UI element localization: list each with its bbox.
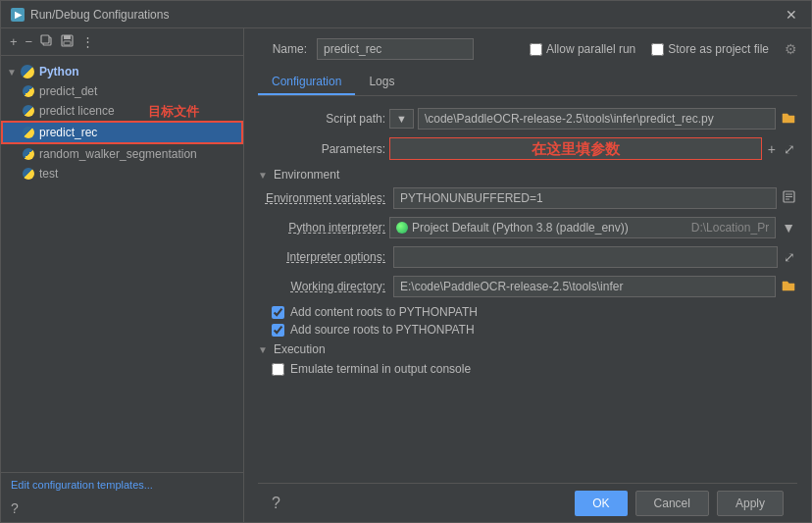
interp-options-row: Interpreter options: ⤢ (258, 246, 797, 268)
parameters-wrapper: 在这里填参数 (389, 137, 762, 160)
list-item[interactable]: predict_det (1, 81, 243, 101)
working-dir-folder-icon[interactable] (780, 277, 797, 296)
environment-section-header[interactable]: ▼ Environment (258, 168, 797, 182)
store-project-label: Store as project file (668, 42, 769, 56)
item-label: predict licence (39, 104, 115, 118)
interpreter-dropdown-icon[interactable]: ▼ (780, 218, 797, 237)
list-item[interactable]: random_walker_segmentation (1, 144, 243, 164)
allow-parallel-checkbox[interactable] (530, 43, 542, 56)
interpreter-status-dot (396, 222, 408, 234)
name-label: Name: (258, 42, 307, 56)
copy-config-button[interactable] (37, 32, 56, 52)
svg-rect-1 (41, 35, 49, 43)
ok-button[interactable]: OK (575, 491, 627, 516)
target-file-annotation: 目标文件 (148, 103, 199, 121)
python-interp-label: Python interpreter: (258, 221, 385, 235)
file-icon (23, 148, 34, 160)
title-bar-left: ▶ Run/Debug Configurations (11, 8, 169, 22)
interp-options-expand-icon[interactable]: ⤢ (782, 247, 797, 267)
item-label: random_walker_segmentation (39, 147, 197, 161)
tab-logs[interactable]: Logs (355, 70, 408, 95)
add-config-button[interactable]: + (7, 32, 21, 51)
script-path-dropdown[interactable]: ▼ (389, 109, 414, 129)
bottom-bar: ? OK Cancel Apply (258, 483, 797, 522)
help-button[interactable]: ? (272, 495, 280, 512)
interp-options-wrapper: ⤢ (393, 246, 797, 268)
form-area: Script path: ▼ Parameters: 在这里填参数 + ⤢ (258, 108, 797, 483)
execution-section-header[interactable]: ▼ Execution (258, 342, 797, 356)
working-dir-wrapper (393, 276, 797, 297)
checkbox-group: Allow parallel run Store as project file… (530, 41, 797, 57)
settings-gear-icon[interactable]: ⚙ (785, 41, 797, 57)
list-item[interactable]: predict licence 目标文件 (1, 101, 243, 121)
list-item[interactable]: test (1, 164, 243, 183)
interpreter-value: Project Default (Python 3.8 (paddle_env)… (412, 221, 687, 235)
script-path-row: Script path: ▼ (258, 108, 797, 130)
parameters-label: Parameters: (258, 142, 385, 156)
help-icon[interactable]: ? (11, 500, 19, 516)
environment-section: ▼ Environment Environment variables: (258, 168, 797, 337)
file-icon (23, 127, 34, 138)
group-arrow: ▼ (7, 67, 17, 78)
store-project-item: Store as project file (651, 42, 769, 56)
interp-options-input[interactable] (393, 246, 778, 268)
interpreter-path: D:\Location_Pr (691, 221, 769, 235)
script-path-label: Script path: (258, 112, 385, 126)
file-icon (23, 105, 34, 117)
execution-section: ▼ Execution Emulate terminal in output c… (258, 342, 797, 376)
python-group-icon (21, 65, 34, 78)
interpreter-select[interactable]: Project Default (Python 3.8 (paddle_env)… (389, 217, 776, 238)
tab-bar: Configuration Logs (258, 70, 797, 96)
add-content-roots-checkbox[interactable] (272, 306, 284, 319)
remove-config-button[interactable]: − (23, 32, 36, 51)
run-debug-dialog: ▶ Run/Debug Configurations ✕ + − ⋮ (0, 0, 812, 523)
item-label: predict_rec (39, 126, 97, 139)
env-arrow-icon: ▼ (258, 170, 268, 181)
cancel-button[interactable]: Cancel (635, 491, 709, 516)
env-vars-edit-icon[interactable] (781, 188, 797, 208)
python-group: ▼ Python predict_det predict licence 目标文… (1, 60, 243, 185)
add-source-roots-checkbox[interactable] (272, 324, 284, 337)
script-path-input[interactable] (418, 108, 776, 130)
more-config-button[interactable]: ⋮ (78, 32, 97, 51)
script-path-folder-icon[interactable] (780, 109, 797, 129)
add-content-roots-label: Add content roots to PYTHONPATH (290, 305, 478, 319)
add-content-roots-row: Add content roots to PYTHONPATH (258, 305, 797, 319)
env-vars-label: Environment variables: (258, 191, 385, 205)
params-add-icon[interactable]: + (766, 139, 778, 159)
env-vars-input[interactable] (393, 187, 777, 209)
exec-arrow-icon: ▼ (258, 344, 268, 355)
store-project-checkbox[interactable] (651, 43, 664, 56)
right-panel: Name: Allow parallel run Store as projec… (244, 28, 811, 522)
svg-rect-3 (64, 35, 71, 39)
edit-templates-link[interactable]: Edit configuration templates... (11, 479, 153, 491)
save-config-button[interactable] (58, 32, 76, 52)
name-input[interactable] (317, 38, 474, 60)
dialog-icon: ▶ (11, 8, 25, 22)
python-group-header[interactable]: ▼ Python (1, 62, 243, 81)
file-icon (23, 168, 34, 180)
main-content: + − ⋮ ▼ Python (1, 28, 811, 522)
working-dir-label: Working directory: (258, 280, 385, 293)
working-dir-row: Working directory: (258, 276, 797, 297)
emulate-terminal-label: Emulate terminal in output console (290, 362, 471, 376)
left-toolbar: + − ⋮ (1, 28, 243, 56)
svg-rect-4 (64, 41, 71, 45)
env-vars-row: Environment variables: (258, 187, 797, 209)
parameters-input[interactable] (390, 138, 761, 159)
dialog-title: Run/Debug Configurations (30, 8, 169, 22)
config-tree: ▼ Python predict_det predict licence 目标文… (1, 56, 243, 472)
close-button[interactable]: ✕ (782, 7, 801, 23)
interp-options-label: Interpreter options: (258, 250, 385, 264)
python-group-label: Python (39, 65, 79, 78)
execution-label: Execution (274, 342, 326, 356)
tab-configuration[interactable]: Configuration (258, 70, 355, 95)
working-dir-input[interactable] (393, 276, 776, 297)
apply-button[interactable]: Apply (717, 491, 784, 516)
emulate-terminal-row: Emulate terminal in output console (258, 362, 797, 376)
emulate-terminal-checkbox[interactable] (272, 363, 284, 376)
params-expand-icon[interactable]: ⤢ (782, 139, 797, 159)
add-source-roots-row: Add source roots to PYTHONPATH (258, 323, 797, 337)
list-item[interactable]: predict_rec (1, 121, 243, 144)
env-vars-wrapper (393, 187, 797, 209)
